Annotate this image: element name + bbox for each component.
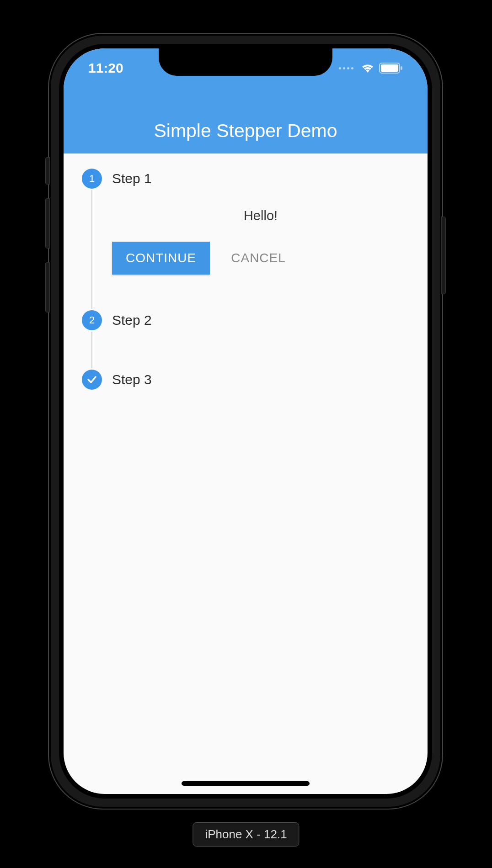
signal-icon (339, 67, 353, 69)
step-header-2[interactable]: 2 Step 2 (82, 309, 409, 332)
step-label-1: Step 1 (112, 171, 152, 186)
status-icons (339, 63, 403, 74)
app-title: Simple Stepper Demo (64, 120, 428, 142)
step-index-2: 2 (89, 314, 95, 326)
screen: 11:20 Simple Stepper Demo (64, 48, 428, 794)
battery-icon (379, 63, 403, 74)
status-time: 11:20 (88, 60, 123, 76)
cancel-button[interactable]: CANCEL (231, 251, 286, 265)
continue-button[interactable]: CONTINUE (112, 242, 210, 275)
power-button[interactable] (441, 217, 446, 294)
step-circle-1: 1 (82, 169, 102, 189)
step-label-3: Step 3 (112, 372, 152, 387)
phone-bezel: 11:20 Simple Stepper Demo (59, 44, 432, 799)
volume-down-button[interactable] (45, 262, 50, 312)
phone-frame: 11:20 Simple Stepper Demo (48, 33, 443, 810)
step-content-1: Hello! CONTINUE CANCEL (102, 190, 409, 309)
check-icon (86, 374, 97, 385)
svg-rect-1 (381, 64, 398, 72)
step-index-1: 1 (89, 173, 95, 185)
mute-switch[interactable] (45, 157, 50, 185)
step-content-text: Hello! (112, 208, 409, 223)
wifi-icon (361, 63, 374, 73)
home-indicator[interactable] (182, 781, 310, 786)
stepper: 1 Step 1 Hello! CONTINUE CANCEL (64, 153, 428, 405)
step-actions: CONTINUE CANCEL (112, 242, 409, 275)
step-connector-1 (82, 190, 102, 309)
step-label-2: Step 2 (112, 312, 152, 328)
volume-up-button[interactable] (45, 198, 50, 249)
step-header-3[interactable]: Step 3 (82, 368, 409, 391)
step-connector-2 (82, 332, 409, 368)
step-circle-3 (82, 370, 102, 390)
svg-rect-2 (401, 66, 402, 70)
device-label: iPhone X - 12.1 (193, 822, 299, 847)
step-body-wrap-1: Hello! CONTINUE CANCEL (82, 190, 409, 309)
step-circle-2: 2 (82, 310, 102, 330)
notch (159, 48, 332, 76)
step-header-1[interactable]: 1 Step 1 (82, 167, 409, 190)
